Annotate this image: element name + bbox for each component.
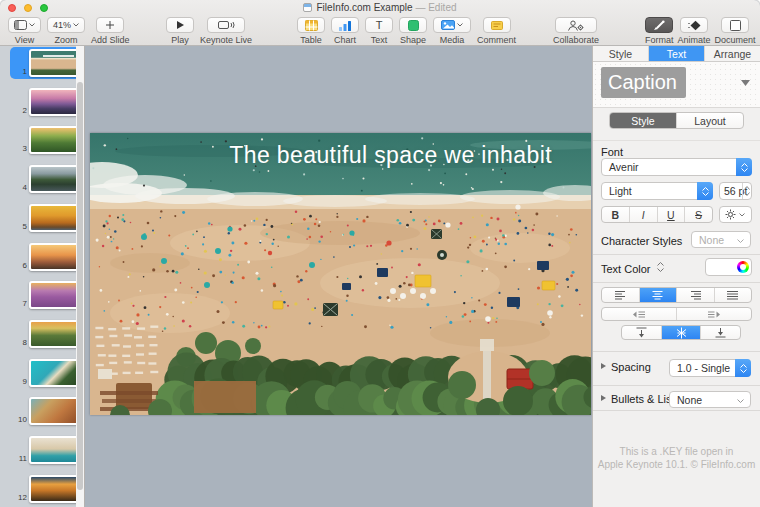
slide-number: 6 (10, 261, 27, 271)
underline-button[interactable]: U (658, 207, 686, 222)
chart-button[interactable] (331, 17, 359, 33)
style-layout-segmented: Style Layout (609, 112, 744, 129)
scrollbar-thumb[interactable] (77, 82, 83, 490)
align-top-button[interactable] (622, 326, 662, 339)
shape-button[interactable] (399, 17, 427, 33)
shape-icon (408, 20, 419, 31)
view-button[interactable] (8, 17, 41, 33)
document-label: Document (715, 35, 756, 45)
slide-canvas-area: The beautiful space we inhabit (86, 46, 591, 507)
sidebar-slide-4[interactable]: 4 (10, 163, 82, 195)
bullets-disclosure-triangle[interactable] (601, 395, 606, 401)
sidebar-slide-3[interactable]: 3 (10, 124, 82, 156)
style-dropdown-chevron-icon[interactable] (741, 80, 750, 86)
align-middle-button[interactable] (662, 326, 702, 339)
slide-number: 10 (10, 415, 27, 425)
subtab-layout[interactable]: Layout (677, 113, 743, 128)
align-right-button[interactable] (677, 288, 715, 302)
slide-thumbnail-image (29, 320, 79, 348)
text-color-well[interactable] (705, 258, 752, 276)
chevron-down-icon (29, 23, 35, 27)
sidebar-slide-7[interactable]: 7 (10, 279, 82, 311)
sidebar-scrollbar[interactable] (76, 46, 84, 507)
zoom-button[interactable]: 41% (47, 17, 85, 33)
chevron-down-icon (73, 23, 79, 27)
sidebar-slide-1[interactable]: 1 (10, 47, 82, 79)
tab-style[interactable]: Style (593, 46, 649, 61)
tab-arrange[interactable]: Arrange (705, 46, 760, 61)
sidebar-slide-6[interactable]: 6 (10, 241, 82, 273)
spacing-value: 1.0 - Single (677, 362, 730, 374)
slide-caption-text[interactable]: The beautiful space we inhabit (190, 142, 591, 169)
plus-icon (105, 20, 115, 30)
align-center-button[interactable] (640, 288, 678, 302)
sidebar-slide-11[interactable]: 11 (10, 434, 82, 466)
collaborate-button[interactable] (555, 17, 597, 33)
font-size-field[interactable]: 56 pt (719, 182, 752, 200)
comment-label: Comment (477, 35, 516, 45)
align-left-button[interactable] (602, 288, 640, 302)
increase-indent-button[interactable] (677, 308, 751, 320)
font-size-stepper[interactable] (742, 183, 751, 199)
indent-segmented (601, 307, 752, 321)
title-text: FileInfo.com Example (316, 2, 412, 13)
slide-navigator: 123456789101112 (0, 46, 85, 507)
chevron-down-icon (737, 399, 744, 403)
horizontal-alignment-segmented (601, 287, 752, 303)
tab-text[interactable]: Text (649, 46, 705, 61)
comment-button[interactable] (483, 17, 511, 33)
justify-button[interactable] (715, 288, 752, 302)
paragraph-style-preview: Caption (593, 62, 760, 107)
keynote-live-icon (218, 20, 235, 30)
spacing-disclosure-triangle[interactable] (601, 363, 606, 369)
document-proxy-icon (303, 3, 312, 12)
text-color-label: Text Color (601, 263, 651, 275)
sidebar-slide-8[interactable]: 8 (10, 318, 82, 350)
slide-thumbnail-image (29, 436, 79, 464)
advanced-options-popup[interactable] (719, 206, 752, 223)
zoom-value: 41% (53, 20, 71, 30)
slide-number: 9 (10, 377, 27, 387)
current-slide[interactable]: The beautiful space we inhabit (90, 133, 591, 415)
sidebar-slide-5[interactable]: 5 (10, 202, 82, 234)
spacing-popup[interactable]: 1.0 - Single (669, 359, 751, 377)
strikethrough-button[interactable]: S (685, 207, 712, 222)
decrease-indent-button[interactable] (602, 308, 677, 320)
play-label: Play (171, 35, 189, 45)
paragraph-style-name[interactable]: Caption (601, 67, 686, 98)
format-button[interactable] (645, 17, 673, 33)
media-button[interactable] (433, 17, 471, 33)
bold-button[interactable]: B (602, 207, 630, 222)
subtab-style[interactable]: Style (610, 113, 677, 128)
vertical-alignment-segmented (621, 325, 741, 340)
font-weight-popup[interactable]: Light (601, 182, 713, 200)
color-wheel-icon[interactable] (737, 261, 749, 273)
add-slide-button[interactable] (96, 17, 124, 33)
align-bottom-button[interactable] (701, 326, 740, 339)
animate-diamond-icon (688, 20, 701, 31)
font-family-popup[interactable]: Avenir (601, 158, 752, 176)
sidebar-slide-9[interactable]: 9 (10, 357, 82, 389)
document-button[interactable] (721, 17, 749, 33)
sidebar-slide-12[interactable]: 12 (10, 473, 82, 505)
italic-button[interactable]: I (630, 207, 658, 222)
sidebar-slide-2[interactable]: 2 (10, 86, 82, 118)
shape-label: Shape (400, 35, 426, 45)
keynote-live-button[interactable] (207, 17, 245, 33)
play-button[interactable] (166, 17, 194, 33)
text-button[interactable]: T (365, 17, 393, 33)
popup-stepper-icon (735, 359, 751, 377)
view-icon (14, 20, 27, 30)
sidebar-slide-10[interactable]: 10 (10, 395, 82, 427)
bullets-lists-popup[interactable]: None (669, 391, 751, 408)
popup-stepper-icon (697, 182, 713, 200)
table-button[interactable] (297, 17, 325, 33)
popup-stepper-icon (736, 158, 752, 176)
font-family-value: Avenir (609, 161, 639, 173)
text-color-stepper-icon[interactable] (657, 262, 664, 272)
keynote-window: FileInfo.com Example — Edited View 41% Z… (0, 0, 760, 507)
slide-number: 3 (10, 144, 27, 154)
character-styles-popup[interactable]: None (691, 231, 751, 248)
slide-thumbnail-image (29, 165, 79, 193)
animate-button[interactable] (680, 17, 708, 33)
